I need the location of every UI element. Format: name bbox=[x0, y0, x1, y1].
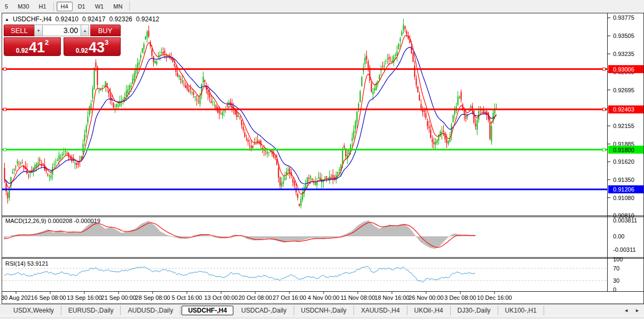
date-label: 20 Oct 08:00 bbox=[239, 294, 272, 301]
chart-tab-usdcad-daily[interactable]: USDCAD-,Daily bbox=[234, 306, 294, 315]
chart-tab-usdx-weekly[interactable]: USDX,Weekly bbox=[6, 306, 61, 315]
sell-price-big: 41 bbox=[29, 41, 45, 54]
status-strip bbox=[0, 316, 644, 319]
svg-text:0.91206: 0.91206 bbox=[613, 186, 634, 193]
price-tick: 0.92695 bbox=[613, 87, 634, 93]
volume-input[interactable]: 3.00 bbox=[43, 25, 81, 36]
svg-text:0.92403: 0.92403 bbox=[613, 106, 634, 113]
price-tick: 0.93235 bbox=[613, 51, 634, 57]
tabs-scroll-right-icon[interactable]: ► bbox=[635, 308, 640, 313]
chart-tab-dj30-daily[interactable]: DJ30-,Daily bbox=[451, 306, 498, 315]
date-label: 26 Nov 00:00 bbox=[409, 294, 443, 301]
timeframe-button-mn[interactable]: MN bbox=[109, 2, 127, 11]
price-chart-canvas[interactable]: 0.937750.935050.932350.929650.926950.924… bbox=[0, 13, 644, 304]
date-label: 5 Oct 16:00 bbox=[172, 294, 202, 301]
rsi-label: RSI(14) 53.9121 bbox=[5, 260, 49, 267]
buy-button[interactable]: BUY bbox=[90, 25, 121, 36]
ohlc-open: 0.92410 bbox=[56, 15, 78, 23]
timeframe-button-h4[interactable]: H4 bbox=[57, 2, 73, 11]
hline-handle bbox=[4, 148, 6, 151]
price-tick: 0.91350 bbox=[613, 177, 634, 183]
date-label: 10 Dec 16:00 bbox=[477, 294, 512, 301]
price-tick: 0.93775 bbox=[613, 14, 634, 21]
macd-axis-label: 0.003811 bbox=[613, 217, 637, 224]
rsi-axis-label: 0 bbox=[613, 286, 616, 293]
sell-price-prefix: 0.92 bbox=[16, 47, 28, 54]
hline-handle bbox=[603, 68, 606, 70]
chart-tab-eurusd-daily[interactable]: EURUSD-,Daily bbox=[61, 306, 121, 315]
buy-price-button[interactable]: 0.92 43 3 bbox=[64, 37, 121, 56]
rsi-axis-label: 100 bbox=[613, 256, 623, 262]
timeframe-button-d1[interactable]: D1 bbox=[74, 2, 90, 11]
date-label: 27 Oct 16:00 bbox=[273, 294, 307, 301]
buy-price-sup: 3 bbox=[105, 38, 108, 46]
chart-tab-uk100-h1[interactable]: UK100-,H1 bbox=[498, 306, 544, 315]
timeframe-button-5[interactable]: 5 bbox=[1, 2, 12, 11]
date-label: 4 Nov 00:00 bbox=[308, 294, 339, 301]
sell-price-sup: 2 bbox=[45, 38, 49, 46]
price-tick: 0.91080 bbox=[613, 195, 634, 201]
timeframe-toolbar: 5M30H1H4D1W1MN bbox=[0, 0, 644, 13]
chart-tab-usdcnh-daily[interactable]: USDCNH-,Daily bbox=[294, 306, 354, 315]
chart-tab-ukoil-h4[interactable]: UKOil-,H4 bbox=[407, 306, 451, 315]
macd-label: MACD(12,26,9) 0.000208 -0.000019 bbox=[5, 218, 100, 224]
price-tick: 0.93505 bbox=[613, 33, 634, 39]
ohlc-close: 0.92412 bbox=[136, 15, 159, 23]
macd-axis-label: -0.00311 bbox=[613, 246, 636, 253]
tabs-scroll-left-icon[interactable]: ◄ bbox=[624, 308, 629, 313]
rsi-axis-label: 70 bbox=[613, 265, 619, 272]
date-label: 13 Oct 00:00 bbox=[205, 294, 238, 301]
chart-header: ▲ USDCHF-,H4 0.92410 0.92417 0.92326 0.9… bbox=[5, 15, 159, 23]
date-label: 11 Nov 08:00 bbox=[341, 294, 375, 301]
price-tick: 0.91620 bbox=[613, 158, 634, 165]
svg-text:0.91800: 0.91800 bbox=[613, 147, 634, 153]
toolbar-separator bbox=[129, 2, 130, 11]
hline-handle bbox=[4, 108, 6, 111]
chart-tab-xauusd-h4[interactable]: XAUUSD-,H4 bbox=[354, 306, 407, 315]
timeframe-button-m30[interactable]: M30 bbox=[13, 2, 33, 11]
price-tick: 0.92155 bbox=[613, 123, 634, 129]
ohlc-low: 0.92326 bbox=[109, 15, 132, 23]
date-label: 30 Aug 2021 bbox=[1, 294, 34, 301]
collapse-icon[interactable]: ▲ bbox=[5, 17, 9, 22]
ohlc-high: 0.92417 bbox=[82, 15, 105, 23]
chart-tab-bar: USDX,WeeklyEURUSD-,DailyAUDUSD-,DailyUSD… bbox=[0, 304, 644, 316]
date-label: 18 Nov 16:00 bbox=[374, 294, 409, 301]
date-label: 13 Sep 16:00 bbox=[67, 294, 101, 301]
date-label: 6 Sep 08:00 bbox=[34, 294, 66, 301]
timeframe-button-w1[interactable]: W1 bbox=[91, 2, 108, 11]
date-label: 28 Sep 08:00 bbox=[135, 294, 170, 301]
mt4-window: 5M30H1H4D1W1MN 0.937750.935050.932350.92… bbox=[0, 0, 644, 319]
volume-increase-button[interactable]: ▲ bbox=[81, 25, 89, 36]
chart-window: 0.937750.935050.932350.929650.926950.924… bbox=[0, 13, 644, 304]
sell-price-button[interactable]: 0.92 41 2 bbox=[4, 37, 61, 56]
rsi-axis-label: 30 bbox=[613, 277, 619, 284]
chart-tab-usdchf-h4[interactable]: USDCHF-,H4 bbox=[182, 306, 233, 315]
timeframe-button-h1[interactable]: H1 bbox=[35, 2, 51, 11]
macd-axis-label: 0.00 bbox=[613, 233, 624, 240]
chart-tab-audusd-daily[interactable]: AUDUSD-,Daily bbox=[121, 306, 180, 315]
svg-text:0.93006: 0.93006 bbox=[613, 66, 634, 73]
date-label: 3 Dec 08:00 bbox=[444, 294, 476, 301]
toolbar-separator bbox=[53, 2, 54, 11]
sell-button[interactable]: SELL bbox=[4, 25, 34, 36]
chart-symbol-period: USDCHF-,H4 bbox=[13, 15, 52, 23]
hline-handle bbox=[603, 148, 606, 151]
hline-handle bbox=[4, 68, 6, 70]
date-label: 21 Sep 00:00 bbox=[101, 294, 136, 301]
buy-price-big: 43 bbox=[89, 41, 105, 54]
volume-decrease-button[interactable]: ▼ bbox=[34, 25, 43, 36]
buy-price-prefix: 0.92 bbox=[76, 47, 88, 54]
hline-handle bbox=[603, 108, 606, 111]
one-click-trading-panel: SELL ▼ 3.00 ▲ BUY 0.92 41 2 0.92 43 3 bbox=[4, 25, 121, 56]
